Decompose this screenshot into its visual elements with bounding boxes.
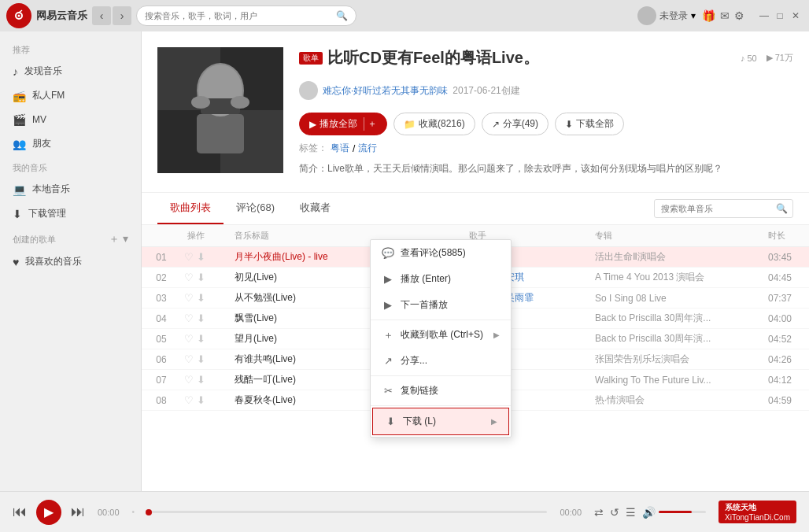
download-song-icon[interactable]: ⬇	[197, 251, 205, 263]
context-menu-item-play[interactable]: ▶ 播放 (Enter)	[371, 266, 511, 292]
sidebar-item-discover[interactable]: ♪ 发现音乐	[0, 59, 141, 83]
sidebar-item-download[interactable]: ⬇ 下载管理	[0, 201, 141, 226]
share-icon: ↗	[492, 119, 500, 130]
forward-button[interactable]: ›	[113, 6, 131, 25]
prev-button[interactable]: ⏮	[13, 504, 27, 520]
tab-search-input[interactable]	[655, 204, 776, 213]
download-song-icon[interactable]: ⬇	[197, 353, 205, 365]
like-icon[interactable]: ♡	[184, 292, 194, 304]
tab-comments[interactable]: 评论(68)	[223, 193, 287, 224]
watermark-url: XiTongTianDi.Com	[725, 513, 790, 522]
song-album[interactable]: 活出生命Ⅱ演唱会	[589, 250, 762, 264]
sidebar-item-liked[interactable]: ♥ 我喜欢的音乐	[0, 249, 141, 274]
tab-songlist[interactable]: 歌曲列表	[157, 193, 223, 224]
time-total: 00:00	[560, 508, 582, 517]
tab-collectors[interactable]: 收藏者	[287, 193, 343, 224]
song-album[interactable]: A Time 4 You 2013 演唱会	[589, 271, 762, 284]
search-icon: 🔍	[336, 10, 348, 21]
player-right: ⇄ ↺ ☰ 🔊	[594, 506, 706, 519]
context-menu-item-share[interactable]: ↗ 分享...	[371, 348, 511, 374]
share-icon: ↗	[382, 355, 394, 368]
song-album[interactable]: Back to Priscilla 30周年演...	[589, 312, 762, 325]
tag-pop[interactable]: 流行	[358, 142, 377, 155]
song-number: 04	[142, 313, 181, 324]
sidebar-item-label: 朋友	[32, 137, 51, 150]
repeat-icon[interactable]: ↺	[610, 506, 619, 519]
like-icon[interactable]: ♡	[184, 272, 194, 283]
download-song-icon[interactable]: ⬇	[197, 272, 205, 283]
mail-icon[interactable]: ✉	[720, 9, 730, 22]
next-button[interactable]: ⏭	[71, 504, 85, 520]
settings-icon[interactable]: ⚙	[734, 9, 744, 22]
collect-button[interactable]: 📁 收藏(8216)	[393, 113, 475, 135]
back-button[interactable]: ‹	[92, 6, 111, 25]
close-button[interactable]: ✕	[789, 9, 803, 23]
search-input[interactable]	[145, 11, 333, 20]
album-info: 歌单 比听CD更有Feel的粤语Live。 ♪ 50 ▶ 71万	[299, 47, 793, 176]
context-menu-item-next-play[interactable]: ▶ 下一首播放	[371, 292, 511, 318]
shuffle-icon[interactable]: ⇄	[594, 506, 604, 519]
search-bar[interactable]: 🔍	[136, 6, 356, 26]
svg-point-2	[18, 15, 20, 17]
created-playlists-label: 创建的歌单	[13, 234, 56, 246]
music-note-icon: ♪	[741, 54, 745, 63]
download-button[interactable]: ⬇ 下载全部	[555, 113, 624, 135]
search-icon: 🔍	[776, 203, 792, 214]
volume-icon[interactable]: 🔊	[642, 506, 656, 519]
song-duration: 07:37	[762, 293, 809, 304]
volume-bar[interactable]	[659, 511, 706, 513]
song-action-buttons: ♡ ⬇	[181, 333, 228, 345]
tab-search[interactable]: 🔍	[654, 199, 793, 218]
download-icon: ⬇	[565, 119, 573, 130]
arrow-icon-2: ▶	[491, 417, 497, 426]
context-menu-item-collect[interactable]: ＋ 收藏到歌单 (Ctrl+S) ▶	[371, 322, 511, 348]
like-icon[interactable]: ♡	[184, 312, 194, 324]
tag-cantonese[interactable]: 粤语	[331, 142, 349, 155]
play-button[interactable]: ▶	[36, 500, 61, 525]
like-icon[interactable]: ♡	[184, 374, 194, 386]
sidebar-item-mv[interactable]: 🎬 MV	[0, 108, 141, 131]
gift-icon[interactable]: 🎁	[702, 9, 715, 22]
like-icon[interactable]: ♡	[184, 353, 194, 365]
song-action-buttons: ♡ ⬇	[181, 251, 228, 263]
sidebar-playlists-header: 创建的歌单 ＋ ▾	[0, 226, 141, 249]
like-icon[interactable]: ♡	[184, 251, 194, 263]
song-album[interactable]: Walking To The Future Liv...	[589, 375, 762, 386]
song-album[interactable]: So I Sing 08 Live	[589, 293, 762, 304]
song-album[interactable]: 张国荣告别乐坛演唱会	[589, 353, 762, 366]
minimize-button[interactable]: —	[757, 9, 771, 23]
svg-point-12	[231, 96, 249, 109]
song-album[interactable]: Back to Priscilla 30周年演...	[589, 332, 762, 345]
player-bar: ⏮ ▶ ⏭ 00:00 • 00:00 ⇄ ↺ ☰ 🔊 系统天地 XiTongT…	[0, 491, 809, 532]
song-album[interactable]: 热·情演唱会	[589, 393, 762, 407]
user-area[interactable]: 未登录 ▾	[637, 6, 696, 25]
song-duration: 04:45	[762, 272, 809, 283]
sidebar-item-local[interactable]: 💻 本地音乐	[0, 177, 141, 201]
play-all-button[interactable]: ▶ 播放全部 ＋	[299, 113, 387, 135]
watermark-text: 系统天地	[725, 502, 790, 513]
creator-name[interactable]: 难忘你·好听过若无其事无韵味	[323, 84, 448, 98]
add-icon: ＋	[382, 329, 394, 342]
player-progress[interactable]	[147, 511, 547, 513]
context-menu-item-download[interactable]: ⬇ 下载 (L) ▶	[372, 408, 509, 435]
playlist-icon[interactable]: ☰	[626, 506, 636, 519]
like-icon[interactable]: ♡	[184, 333, 194, 345]
download-song-icon[interactable]: ⬇	[197, 333, 205, 345]
download-song-icon[interactable]: ⬇	[197, 394, 205, 406]
download-song-icon[interactable]: ⬇	[197, 312, 205, 324]
context-menu-item-comment[interactable]: 💬 查看评论(5885)	[371, 240, 511, 266]
song-number: 02	[142, 272, 181, 283]
share-button[interactable]: ↗ 分享(49)	[482, 113, 549, 135]
song-number: 07	[142, 375, 181, 386]
header-num	[142, 230, 181, 242]
download-song-icon[interactable]: ⬇	[197, 292, 205, 304]
sidebar-item-friends[interactable]: 👥 朋友	[0, 131, 141, 156]
song-title: 初见(Live)	[235, 272, 277, 283]
download-song-icon[interactable]: ⬇	[197, 374, 205, 386]
chevron-icon[interactable]: ▾	[123, 232, 128, 246]
maximize-button[interactable]: □	[773, 9, 787, 23]
context-menu-item-copy[interactable]: ✂ 复制链接	[371, 378, 511, 404]
like-icon[interactable]: ♡	[184, 394, 194, 406]
sidebar-item-fm[interactable]: 📻 私人FM	[0, 83, 141, 108]
add-playlist-icon[interactable]: ＋	[109, 232, 120, 246]
